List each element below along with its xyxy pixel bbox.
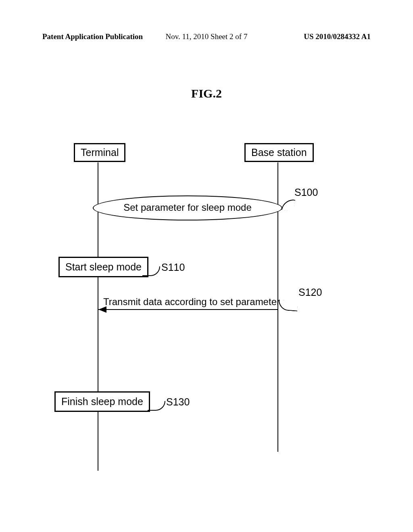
step-s130-label: S130 xyxy=(166,396,190,408)
header-date-sheet: Nov. 11, 2010 Sheet 2 of 7 xyxy=(166,32,248,41)
step-s120-text: Transmit data according to set parameter xyxy=(103,296,280,308)
arrow-line xyxy=(98,309,277,310)
step-s130-box: Finish sleep mode xyxy=(54,391,150,412)
arrow-head-icon xyxy=(98,306,106,313)
step-s120-label: S120 xyxy=(298,287,322,298)
step-s110-box: Start sleep mode xyxy=(58,257,148,277)
participant-base-station: Base station xyxy=(244,143,314,162)
header-publication-type: Patent Application Publication xyxy=(42,32,143,41)
participant-terminal: Terminal xyxy=(74,143,125,162)
step-s100-exchange: Set parameter for sleep mode xyxy=(93,195,282,220)
sequence-diagram: Terminal Base station Set parameter for … xyxy=(0,143,413,474)
s130-connector-line xyxy=(148,401,165,411)
header-publication-number: US 2010/0284332 A1 xyxy=(304,32,371,41)
s110-connector-line xyxy=(142,266,160,276)
page-header: Patent Application Publication Nov. 11, … xyxy=(0,32,413,41)
step-s110-label: S110 xyxy=(161,262,185,273)
figure-title: FIG.2 xyxy=(191,87,222,100)
s120-connector-line xyxy=(278,299,298,311)
s100-connector-line xyxy=(282,198,296,212)
step-s100-label: S100 xyxy=(294,187,318,198)
step-s100-text: Set parameter for sleep mode xyxy=(123,202,252,213)
